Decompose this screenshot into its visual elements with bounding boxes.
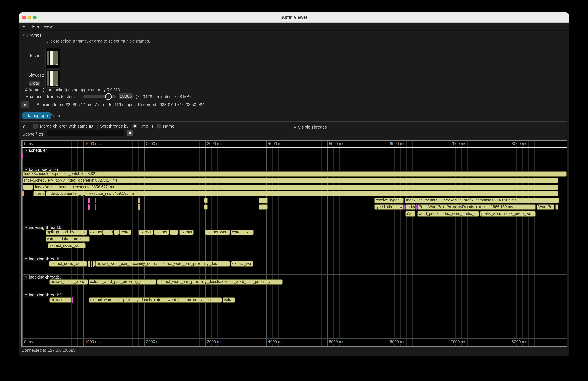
axis-tick-label: 2000 ms [145, 141, 162, 146]
thumbnail-frame-bar [50, 71, 53, 86]
flamegraph-span[interactable]: extract_word_pair_proximity_docids::extr… [157, 279, 283, 284]
flamegraph-span[interactable]: IndexScheduler>::apply_index_operation 8… [23, 178, 558, 183]
flamegraph-span[interactable]: extract_wo [231, 230, 254, 235]
separator [21, 138, 567, 138]
clear-filter-button[interactable]: x [127, 130, 133, 136]
visible-threads-header[interactable]: ▶Visible Threads [294, 124, 327, 130]
max-frames-slider[interactable] [83, 95, 116, 98]
flamegraph-span[interactable]: extrac [223, 297, 235, 303]
flamegraph-span[interactable]: extract_ [138, 230, 153, 235]
flamegraph-span[interactable] [91, 261, 92, 266]
flamegraph-span[interactable]: PrefixWordPairsProximityDocids::execute … [417, 204, 536, 210]
slowest-frames-thumbnail[interactable] [45, 69, 60, 88]
max-frames-label: Max recent frames to store: [25, 94, 76, 99]
flamegraph-span[interactable]: word_prefix::index_word_prefix_ [417, 211, 479, 216]
flamegraph-span[interactable] [416, 211, 417, 216]
flamegraph-span[interactable]: extract_docid_wor [49, 261, 87, 266]
flamegraph-panel[interactable]: 0 ms0 ms1000 ms1000 ms2000 ms2000 ms3000… [21, 140, 567, 347]
flamegraph-span[interactable] [204, 204, 208, 210]
tab-stats[interactable]: Stats [50, 114, 60, 119]
flamegraph-span[interactable]: IndexDocuments<_, _>::execute 8656.677 m… [34, 185, 558, 190]
flamegraph-span[interactable]: WordPr [537, 204, 554, 210]
flamegraph-span[interactable] [88, 230, 88, 235]
menu-view[interactable]: View [41, 24, 55, 29]
thread-header-scheduler[interactable]: ▼scheduler [23, 148, 48, 153]
thread-header-indexing-thread:2[interactable]: ▼indexing-thread:2 [23, 293, 63, 298]
flamegraph-span[interactable]: extract_doc [49, 297, 72, 303]
flamegraph-span[interactable]: extract_docid_word [49, 279, 88, 284]
sort-name-label[interactable]: Name [163, 124, 174, 128]
flamegraph-span[interactable]: extract [179, 230, 194, 235]
flamegraph-span[interactable] [88, 204, 90, 210]
frame-info: Showing frame #2, 8957.4 ms, 7 threads, … [37, 102, 206, 107]
flamegraph-span[interactable]: extra [103, 230, 113, 235]
flamegraph-span[interactable]: extract_wo [231, 261, 253, 266]
theme-sun-icon[interactable]: ☀ [21, 24, 25, 29]
flamegraph-span[interactable]: receive_typed_ [374, 198, 404, 203]
flamegraph-span[interactable]: IndexScheduler>::process_batch 8953.821 … [22, 171, 567, 176]
axis-tick-label: 4000 ms [267, 339, 284, 344]
merge-children-checkbox[interactable] [33, 124, 38, 128]
flamegraph-span[interactable]: split_grenad_by_chun [46, 230, 87, 235]
app-window: puffin viewer ☀ File View ▼Frames Click … [19, 12, 569, 356]
axis-tick-label: 3000 ms [206, 141, 224, 146]
flamegraph-span[interactable] [259, 198, 268, 203]
separator [21, 121, 567, 122]
play-button[interactable]: ▶ [21, 101, 29, 108]
axis-tick-label: 7000 ms [450, 339, 467, 344]
flamegraph-span[interactable] [93, 261, 95, 266]
flamegraph-span[interactable]: extract [89, 230, 103, 235]
flamegraph-span[interactable]: extrac [120, 230, 131, 235]
scope-filter-label: Scope filter: [22, 132, 45, 137]
axis-tick-label: 5000 ms [328, 339, 345, 344]
flamegraph-span[interactable]: extract_word [205, 230, 230, 235]
flamegraph-span[interactable] [23, 185, 33, 190]
clear-button[interactable]: Clear [29, 81, 40, 86]
scope-filter-input[interactable] [47, 130, 124, 136]
flamegraph-span[interactable]: IndexDocuments<_, _>::execute_prefix_dat… [405, 198, 559, 203]
flamegraph-span[interactable]: extract_ [154, 230, 169, 235]
flamegraph-span[interactable]: extract_word_pair_proximity_docids::extr… [89, 297, 222, 303]
flamegraph-span[interactable]: extract_docid_wor [48, 243, 85, 248]
separator [21, 111, 567, 111]
flamegraph-span[interactable]: prefix_word::index_prefix_wo [480, 211, 536, 216]
flamegraph-span[interactable]: typed_chunk::w [374, 204, 404, 210]
axis-tick-label: 0 ms [23, 141, 34, 146]
frames-collapsing-header[interactable]: ▼Frames [22, 32, 42, 38]
max-frames-value[interactable]: 18000 [119, 93, 133, 99]
flamegraph-span[interactable] [72, 297, 74, 303]
slider-knob[interactable] [105, 93, 112, 100]
tab-flamegraph[interactable]: Flamegraph [22, 112, 51, 119]
flamegraph-span[interactable]: extract_word_pair_proximity_docids [89, 279, 156, 284]
flamegraph-span[interactable]: Trans [33, 191, 45, 196]
flamegraph-span[interactable] [88, 261, 90, 266]
recent-frames-thumbnail[interactable] [45, 48, 60, 68]
sort-time-label[interactable]: Time [139, 124, 148, 128]
flamegraph-span[interactable]: extract::data_from_ob [46, 236, 90, 242]
flamegraph-span[interactable] [170, 230, 178, 235]
flamegraph-span[interactable] [555, 204, 558, 210]
flamegraph-span[interactable] [259, 204, 268, 210]
flamegraph-span[interactable] [22, 191, 24, 196]
sort-name-radio[interactable] [156, 124, 161, 128]
flamegraph-span[interactable] [404, 204, 405, 210]
flamegraph-span[interactable] [88, 198, 90, 203]
flamegraph-span[interactable]: IndexDocuments<_, _>::execute_raw 8459.1… [46, 191, 558, 196]
flamegraph-span[interactable] [22, 153, 23, 158]
flamegraph-span[interactable] [95, 198, 96, 203]
flamegraph-span[interactable] [138, 198, 140, 203]
flamegraph-span[interactable]: Word [405, 211, 416, 216]
flamegraph-span[interactable] [95, 204, 96, 210]
flamegraph-span[interactable] [114, 230, 119, 235]
flamegraph-span[interactable]: index [405, 204, 416, 210]
sort-desc-arrow-icon[interactable]: ⬇ [151, 124, 154, 129]
flamegraph-span[interactable] [204, 198, 208, 203]
sort-time-radio[interactable] [132, 124, 137, 128]
menu-file[interactable]: File [30, 24, 41, 29]
flamegraph-span[interactable] [416, 204, 417, 210]
help-button[interactable]: ? [22, 124, 25, 128]
flamegraph-span[interactable] [138, 204, 140, 210]
menu-bar: ☀ File View [19, 23, 569, 31]
window-title: puffin viewer [19, 12, 569, 22]
flamegraph-span[interactable]: extract_word_pair_proximity_docids::extr… [95, 261, 230, 266]
